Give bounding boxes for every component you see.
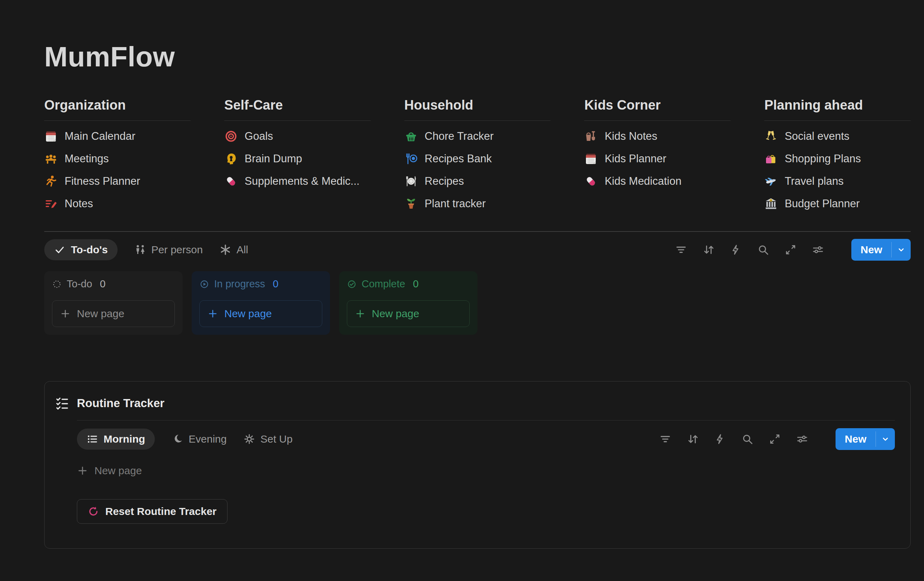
check-circle-icon [347, 279, 357, 289]
page-link-kids-planner[interactable]: Kids Planner [584, 147, 666, 170]
plate-cutlery-icon [404, 175, 418, 188]
page-link-social-events[interactable]: Social events [764, 125, 849, 147]
page-link-main-calendar[interactable]: Main Calendar [44, 125, 135, 147]
sort-icon[interactable] [687, 433, 699, 445]
page-link-fitness-planner[interactable]: Fitness Planner [44, 170, 140, 192]
memo-notes-icon [44, 197, 58, 210]
page-link-meetings[interactable]: Meetings [44, 147, 109, 170]
moon-icon [172, 434, 183, 445]
new-button-label[interactable]: New [851, 239, 891, 261]
filter-icon[interactable] [659, 433, 671, 445]
page-link-recipes[interactable]: Recipes [404, 170, 464, 192]
dashed-circle-icon [52, 279, 62, 289]
tab-evening[interactable]: Evening [172, 433, 226, 445]
routine-toolbar: New [659, 428, 895, 450]
page-link-travel-plans[interactable]: Travel plans [764, 170, 843, 192]
status-header: In progress0 [200, 278, 322, 290]
board-column-complete: Complete0New page [339, 271, 477, 335]
page-link-label: Kids Medication [604, 175, 681, 187]
routine-view-bar: MorningEveningSet Up New [77, 428, 895, 450]
link-list: Main CalendarMeetingsFitness PlannerNote… [44, 125, 191, 215]
new-button[interactable]: New [851, 239, 911, 261]
filter-icon[interactable] [675, 244, 687, 256]
new-page-button[interactable]: New page [200, 300, 322, 327]
link-list: Social eventsShopping PlansTravel plans$… [764, 125, 911, 215]
page-link-label: Meetings [64, 152, 109, 165]
section-kids-corner: Kids CornerKids NotesKids PlannerKids Me… [584, 98, 731, 215]
page-link-label: Main Calendar [64, 130, 135, 142]
sort-icon[interactable] [703, 244, 714, 256]
page-link-label: Chore Tracker [425, 130, 493, 142]
plus-icon [355, 308, 365, 319]
page-link-label: Brain Dump [245, 152, 302, 165]
sliders-icon[interactable] [812, 244, 824, 256]
routine-new-page-button[interactable]: New page [77, 465, 142, 477]
tab-morning[interactable]: Morning [77, 429, 155, 450]
search-icon[interactable] [741, 433, 753, 445]
tab-label: All [237, 244, 248, 256]
new-page-label: New page [224, 308, 272, 319]
new-page-button[interactable]: New page [347, 300, 470, 327]
page-link-supplements-medic[interactable]: Supplements & Medic... [224, 170, 360, 192]
routine-new-button-label[interactable]: New [835, 428, 876, 450]
link-list: Kids NotesKids PlannerKids Medication [584, 125, 731, 192]
page-link-label: Goals [245, 130, 273, 142]
todos-view-bar: To-do'sPer personAll New [44, 239, 911, 261]
status-header: Complete0 [347, 278, 470, 290]
page-link-kids-notes[interactable]: Kids Notes [584, 125, 657, 147]
page-link-brain-dump[interactable]: Brain Dump [224, 147, 302, 170]
status-count: 0 [413, 278, 419, 290]
link-list: Chore TrackerRecipes BankRecipesPlant tr… [404, 125, 551, 215]
bucket-shovel-icon [584, 130, 597, 143]
spiral-calendar-icon [44, 130, 58, 143]
section-title: Household [404, 98, 551, 121]
expand-icon[interactable] [769, 433, 781, 445]
todos-board: To-do0New pageIn progress0New pageComple… [44, 271, 911, 335]
page-link-label: Travel plans [785, 175, 843, 187]
page-link-budget-planner[interactable]: $Budget Planner [764, 192, 860, 215]
search-icon[interactable] [757, 244, 769, 256]
chevron-down-icon[interactable] [892, 239, 911, 261]
board-column-to-do: To-do0New page [44, 271, 183, 335]
chevron-down-icon[interactable] [876, 428, 895, 450]
asterisk-icon [220, 244, 231, 255]
tab-label: Evening [188, 433, 226, 445]
todos-tabs: To-do'sPer personAll [44, 239, 248, 260]
tab-set-up[interactable]: Set Up [244, 433, 293, 445]
people-icon [134, 244, 146, 255]
tab-to-do-s[interactable]: To-do's [44, 239, 117, 260]
page-link-shopping-plans[interactable]: Shopping Plans [764, 147, 861, 170]
page-link-kids-medication[interactable]: Kids Medication [584, 170, 681, 192]
sliders-icon[interactable] [796, 433, 808, 445]
page-link-goals[interactable]: Goals [224, 125, 273, 147]
tab-all[interactable]: All [220, 244, 248, 256]
status-label: To-do [67, 278, 92, 290]
fork-plate-icon [404, 152, 418, 166]
page-link-recipes-bank[interactable]: Recipes Bank [404, 147, 492, 170]
tab-per-person[interactable]: Per person [134, 244, 203, 256]
potted-plant-icon [404, 197, 418, 210]
page-link-label: Kids Notes [604, 130, 657, 142]
lightning-icon[interactable] [714, 433, 726, 445]
routine-title-row: Routine Tracker [55, 396, 895, 410]
section-divider [44, 231, 911, 232]
section-planning-ahead: Planning aheadSocial eventsShopping Plan… [764, 98, 911, 215]
page-link-plant-tracker[interactable]: Plant tracker [404, 192, 486, 215]
refresh-icon [88, 506, 99, 517]
expand-icon[interactable] [785, 244, 797, 256]
section-self-care: Self-CareGoalsBrain DumpSupplements & Me… [224, 98, 371, 215]
routine-new-button[interactable]: New [835, 428, 895, 450]
check-icon [54, 244, 65, 255]
page-link-label: Kids Planner [604, 152, 666, 165]
pill-icon [584, 175, 597, 188]
lightning-icon[interactable] [730, 244, 742, 256]
shopping-bags-icon [764, 152, 777, 166]
routine-title: Routine Tracker [77, 397, 164, 410]
page-link-chore-tracker[interactable]: Chore Tracker [404, 125, 493, 147]
status-header: To-do0 [52, 278, 175, 290]
reset-routine-tracker-button[interactable]: Reset Routine Tracker [77, 499, 228, 524]
new-page-button[interactable]: New page [52, 300, 175, 327]
page-link-notes[interactable]: Notes [44, 192, 93, 215]
routine-divider [77, 420, 895, 420]
status-count: 0 [273, 278, 279, 290]
